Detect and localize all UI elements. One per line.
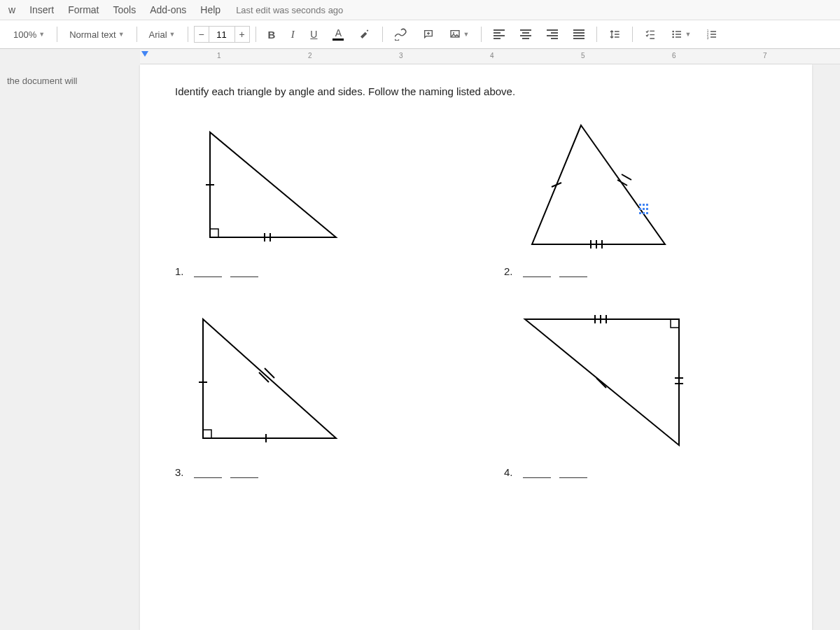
bulleted-list-button[interactable]: ▼ [665,25,697,43]
checklist-button[interactable] [638,25,662,43]
numbered-list-button[interactable]: 123 [700,25,724,43]
font-size-control: − + [194,26,250,43]
answer-3: 3. [175,466,448,478]
bulleted-list-icon [671,29,682,40]
highlight-button[interactable] [353,25,377,43]
chevron-down-icon: ▼ [38,31,45,38]
answer-1-number: 1. [175,265,184,277]
answer-1: 1. [175,265,448,277]
separator [136,27,137,42]
horizontal-ruler[interactable]: 1 2 3 4 5 6 7 [140,49,840,64]
work-surface: the document will Identify each triangle… [0,64,840,630]
ruler-tick: 2 [308,52,312,59]
font-select[interactable]: Arial ▼ [143,26,182,43]
chevron-down-icon: ▼ [169,31,176,38]
align-justify-button[interactable] [567,26,591,43]
triangle-grid: 1. [175,118,777,478]
align-justify-icon [573,29,584,39]
chevron-down-icon: ▼ [463,31,469,38]
menu-addons[interactable]: Add-ons [147,3,189,17]
menu-insert[interactable]: Insert [27,3,57,17]
insert-link-button[interactable] [388,24,414,44]
answer-blank[interactable] [523,267,551,277]
zoom-select[interactable]: 100% ▼ [7,26,51,43]
svg-rect-9 [210,229,218,237]
svg-marker-13 [532,125,665,244]
svg-marker-20 [203,319,336,438]
svg-text:3: 3 [707,36,709,40]
menu-view[interactable]: w [6,3,18,17]
triangle-2-cell: 2. [504,118,777,277]
answer-4-number: 4. [504,466,513,478]
ruler-tick: 6 [672,52,676,59]
separator [481,27,482,42]
svg-rect-27 [671,319,679,328]
answer-2-number: 2. [504,265,513,277]
move-handle-icon[interactable] [637,202,650,215]
outline-panel: the document will [0,64,140,630]
align-center-button[interactable] [514,26,538,43]
ruler-tick: 7 [763,52,767,59]
last-edit-status: Last edit was seconds ago [236,5,343,15]
italic-button[interactable]: I [284,25,301,44]
numbered-list-icon: 123 [706,29,718,40]
svg-line-33 [596,378,606,388]
svg-point-2 [673,31,675,33]
answer-blank[interactable] [559,267,587,277]
separator [596,27,597,42]
instruction-text: Identify each triangle by angle and side… [175,85,777,97]
answer-blank[interactable] [230,267,258,277]
ruler-tick: 1 [217,52,221,59]
align-right-button[interactable] [540,26,564,43]
answer-blank[interactable] [559,468,587,478]
answer-blank[interactable] [194,267,222,277]
font-size-decrease-button[interactable]: − [194,26,209,43]
answer-2: 2. [504,265,777,277]
text-color-swatch [332,38,344,41]
svg-point-1 [453,32,454,34]
triangle-1-cell: 1. [175,118,448,277]
highlighter-icon [359,29,370,40]
insert-comment-button[interactable] [416,25,440,43]
chevron-down-icon: ▼ [685,31,691,38]
answer-3-number: 3. [175,466,184,478]
ruler-tick: 4 [490,52,494,59]
separator [255,27,256,42]
menu-help[interactable]: Help [197,3,223,17]
align-right-icon [547,29,558,39]
text-color-button[interactable]: A [326,24,350,44]
svg-marker-8 [210,132,336,237]
line-spacing-button[interactable] [603,25,626,43]
answer-blank[interactable] [523,468,551,478]
bold-button[interactable]: B [262,25,282,44]
underline-button[interactable]: U [304,25,323,43]
chevron-down-icon: ▼ [118,31,125,38]
toolbar: 100% ▼ Normal text ▼ Arial ▼ − + B I U A… [0,20,840,49]
style-value: Normal text [69,29,115,40]
svg-point-4 [673,36,675,38]
triangle-4-image[interactable] [504,305,714,459]
tab-stop-indicator[interactable] [141,51,148,57]
answer-blank[interactable] [194,468,222,478]
separator [188,27,188,42]
menu-format[interactable]: Format [65,3,102,17]
triangle-2-image[interactable] [504,118,700,258]
triangle-1-image[interactable] [175,118,357,258]
ruler-tick: 3 [399,52,403,59]
svg-line-16 [622,174,631,180]
menu-bar: w Insert Format Tools Add-ons Help Last … [0,0,840,20]
text-color-letter: A [335,28,342,38]
triangle-3-image[interactable] [175,305,357,459]
triangle-3-cell: 3. [175,305,448,478]
font-value: Arial [149,29,167,40]
answer-blank[interactable] [230,468,258,478]
font-size-increase-button[interactable]: + [234,26,250,43]
zoom-value: 100% [13,29,36,40]
document-page[interactable]: Identify each triangle by angle and side… [140,64,812,630]
font-size-input[interactable] [209,26,234,43]
insert-image-button[interactable]: ▼ [443,25,475,43]
menu-tools[interactable]: Tools [110,3,139,17]
paragraph-style-select[interactable]: Normal text ▼ [63,26,130,43]
align-left-button[interactable] [487,26,511,43]
triangle-4-cell: 4. [504,305,777,478]
